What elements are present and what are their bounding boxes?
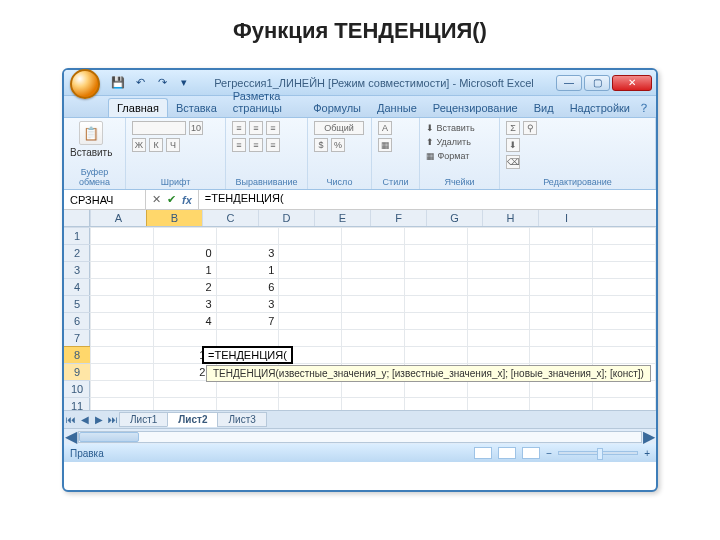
- zoom-out-icon[interactable]: −: [546, 448, 552, 459]
- col-header-i[interactable]: I: [538, 210, 594, 226]
- row-header-2[interactable]: 2: [64, 244, 90, 261]
- align-bottom-icon[interactable]: ≡: [266, 121, 280, 135]
- row-header-1[interactable]: 1: [64, 227, 90, 244]
- align-top-icon[interactable]: ≡: [232, 121, 246, 135]
- formula-input[interactable]: =ТЕНДЕНЦИЯ(: [199, 190, 656, 209]
- number-format-box[interactable]: Общий: [314, 121, 364, 135]
- col-header-g[interactable]: G: [426, 210, 482, 226]
- office-orb[interactable]: [70, 69, 100, 99]
- align-right-icon[interactable]: ≡: [266, 138, 280, 152]
- tab-review[interactable]: Рецензирование: [425, 99, 526, 117]
- row-header-4[interactable]: 4: [64, 278, 90, 295]
- sort-filter-icon[interactable]: ⚲: [523, 121, 537, 135]
- col-header-d[interactable]: D: [258, 210, 314, 226]
- insert-cells-button[interactable]: ⬇ Вставить: [426, 121, 475, 135]
- cancel-formula-icon[interactable]: ✕: [152, 193, 161, 206]
- enter-formula-icon[interactable]: ✔: [167, 193, 176, 206]
- view-layout-icon[interactable]: [498, 447, 516, 459]
- ribbon-tabs: Главная Вставка Разметка страницы Формул…: [64, 96, 656, 118]
- sheet-nav-next[interactable]: ▶: [92, 414, 106, 425]
- tab-addins[interactable]: Надстройки: [562, 99, 638, 117]
- autosum-icon[interactable]: Σ: [506, 121, 520, 135]
- sheet-nav-prev[interactable]: ◀: [78, 414, 92, 425]
- help-icon[interactable]: ？: [638, 100, 650, 117]
- clear-icon[interactable]: ⌫: [506, 155, 520, 169]
- scroll-left-icon[interactable]: ◀: [64, 427, 78, 446]
- tab-insert[interactable]: Вставка: [168, 99, 225, 117]
- group-clipboard-label: Буфер обмена: [70, 167, 119, 187]
- col-header-f[interactable]: F: [370, 210, 426, 226]
- tab-view[interactable]: Вид: [526, 99, 562, 117]
- font-size-box[interactable]: 10: [189, 121, 203, 135]
- sheet-tab-1[interactable]: Лист1: [119, 412, 168, 427]
- col-header-c[interactable]: C: [202, 210, 258, 226]
- row-header-11[interactable]: 11: [64, 397, 90, 410]
- col-header-b[interactable]: B: [146, 210, 202, 226]
- percent-icon[interactable]: %: [331, 138, 345, 152]
- tab-data[interactable]: Данные: [369, 99, 425, 117]
- group-align-label: Выравнивание: [232, 177, 301, 187]
- qat-more-icon[interactable]: ▾: [176, 75, 192, 91]
- cell-grid[interactable]: 03 11 26 33 47 10 20: [90, 227, 656, 410]
- underline-icon[interactable]: Ч: [166, 138, 180, 152]
- view-pagebreak-icon[interactable]: [522, 447, 540, 459]
- sheet-tab-2[interactable]: Лист2: [167, 412, 218, 427]
- col-header-a[interactable]: A: [90, 210, 146, 226]
- name-box[interactable]: СРЗНАЧ: [64, 190, 146, 209]
- row-header-3[interactable]: 3: [64, 261, 90, 278]
- sheet-tab-3[interactable]: Лист3: [217, 412, 266, 427]
- cond-format-icon[interactable]: A: [378, 121, 392, 135]
- redo-icon[interactable]: ↷: [154, 75, 170, 91]
- tab-home[interactable]: Главная: [108, 98, 168, 117]
- row-header-5[interactable]: 5: [64, 295, 90, 312]
- cell-b2: 0: [153, 245, 216, 262]
- cell-c3: 1: [216, 262, 279, 279]
- zoom-slider[interactable]: [558, 451, 638, 455]
- scroll-right-icon[interactable]: ▶: [642, 427, 656, 446]
- fx-icon[interactable]: fx: [182, 194, 192, 206]
- close-button[interactable]: ✕: [612, 75, 652, 91]
- cell-c2: 3: [216, 245, 279, 262]
- ribbon: 📋 Вставить Буфер обмена 10 ЖКЧ Шрифт ≡≡≡: [64, 118, 656, 190]
- quick-access-toolbar: 💾 ↶ ↷ ▾: [110, 75, 192, 91]
- row-header-9[interactable]: 9: [64, 363, 90, 380]
- col-header-h[interactable]: H: [482, 210, 538, 226]
- row-header-8[interactable]: 8: [64, 346, 90, 363]
- row-header-7[interactable]: 7: [64, 329, 90, 346]
- cell-b5: 3: [153, 296, 216, 313]
- active-cell-editor[interactable]: =ТЕНДЕНЦИЯ(: [202, 346, 293, 364]
- font-name-box[interactable]: [132, 121, 186, 135]
- fill-icon[interactable]: ⬇: [506, 138, 520, 152]
- maximize-button[interactable]: ▢: [584, 75, 610, 91]
- bold-icon[interactable]: Ж: [132, 138, 146, 152]
- select-all-corner[interactable]: [64, 210, 90, 226]
- tab-page-layout[interactable]: Разметка страницы: [225, 87, 305, 117]
- zoom-in-icon[interactable]: +: [644, 448, 650, 459]
- horizontal-scrollbar[interactable]: ◀ ▶: [64, 428, 656, 444]
- save-icon[interactable]: 💾: [110, 75, 126, 91]
- scroll-thumb[interactable]: [79, 432, 139, 442]
- align-center-icon[interactable]: ≡: [249, 138, 263, 152]
- row-headers: 1 2 3 4 5 6 7 8 9 10 11: [64, 227, 90, 410]
- clipboard-icon: 📋: [79, 121, 103, 145]
- tab-formulas[interactable]: Формулы: [305, 99, 369, 117]
- undo-icon[interactable]: ↶: [132, 75, 148, 91]
- format-cells-button[interactable]: ▦ Формат: [426, 149, 475, 163]
- italic-icon[interactable]: К: [149, 138, 163, 152]
- cell-c4: 6: [216, 279, 279, 296]
- minimize-button[interactable]: —: [556, 75, 582, 91]
- sheet-nav-first[interactable]: ⏮: [64, 414, 78, 425]
- row-header-6[interactable]: 6: [64, 312, 90, 329]
- paste-button[interactable]: 📋 Вставить: [70, 121, 112, 158]
- view-normal-icon[interactable]: [474, 447, 492, 459]
- group-editing-label: Редактирование: [506, 177, 649, 187]
- align-middle-icon[interactable]: ≡: [249, 121, 263, 135]
- delete-cells-button[interactable]: ⬆ Удалить: [426, 135, 475, 149]
- sheet-nav-last[interactable]: ⏭: [106, 414, 120, 425]
- window-controls: — ▢ ✕: [556, 75, 652, 91]
- row-header-10[interactable]: 10: [64, 380, 90, 397]
- table-style-icon[interactable]: ▦: [378, 138, 392, 152]
- align-left-icon[interactable]: ≡: [232, 138, 246, 152]
- col-header-e[interactable]: E: [314, 210, 370, 226]
- currency-icon[interactable]: $: [314, 138, 328, 152]
